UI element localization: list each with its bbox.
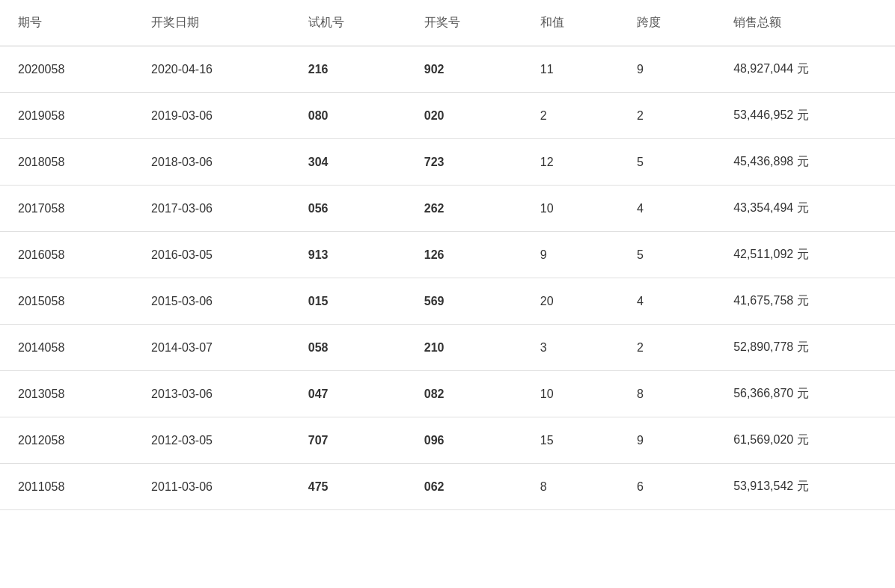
- cell-trial_num: 058: [290, 325, 406, 371]
- cell-winning_num: 126: [406, 232, 522, 278]
- cell-draw_date: 2018-03-06: [133, 139, 290, 186]
- cell-sales_total: 45,436,898 元: [715, 139, 895, 186]
- table-body: 20200582020-04-1621690211948,927,044 元20…: [0, 46, 895, 510]
- cell-trial_num: 056: [290, 186, 406, 232]
- cell-winning_num: 062: [406, 464, 522, 510]
- cell-winning_num: 210: [406, 325, 522, 371]
- col-header-sum: 和值: [522, 0, 619, 46]
- cell-sales_total: 52,890,778 元: [715, 325, 895, 371]
- cell-sum: 9: [522, 232, 619, 278]
- table-row: 20150582015-03-0601556920441,675,758 元: [0, 278, 895, 325]
- main-container: 期号 开奖日期 试机号 开奖号 和值 跨度 销售总额 20200582020-0…: [0, 0, 895, 588]
- table-row: 20130582013-03-0604708210856,366,870 元: [0, 371, 895, 417]
- col-header-sales: 销售总额: [715, 0, 895, 46]
- cell-sum: 20: [522, 278, 619, 325]
- cell-span: 2: [619, 93, 715, 139]
- cell-draw_date: 2015-03-06: [133, 278, 290, 325]
- cell-span: 4: [619, 278, 715, 325]
- cell-trial_num: 475: [290, 464, 406, 510]
- lottery-table: 期号 开奖日期 试机号 开奖号 和值 跨度 销售总额 20200582020-0…: [0, 0, 895, 510]
- cell-period: 2013058: [0, 371, 133, 417]
- cell-sales_total: 48,927,044 元: [715, 46, 895, 93]
- cell-trial_num: 015: [290, 278, 406, 325]
- cell-span: 5: [619, 232, 715, 278]
- cell-period: 2015058: [0, 278, 133, 325]
- cell-sales_total: 53,913,542 元: [715, 464, 895, 510]
- cell-period: 2014058: [0, 325, 133, 371]
- table-row: 20200582020-04-1621690211948,927,044 元: [0, 46, 895, 93]
- cell-span: 9: [619, 46, 715, 93]
- cell-sales_total: 43,354,494 元: [715, 186, 895, 232]
- cell-draw_date: 2011-03-06: [133, 464, 290, 510]
- table-row: 20140582014-03-070582103252,890,778 元: [0, 325, 895, 371]
- cell-sum: 10: [522, 371, 619, 417]
- cell-sum: 2: [522, 93, 619, 139]
- cell-trial_num: 304: [290, 139, 406, 186]
- cell-trial_num: 216: [290, 46, 406, 93]
- cell-sales_total: 41,675,758 元: [715, 278, 895, 325]
- cell-winning_num: 902: [406, 46, 522, 93]
- cell-sales_total: 61,569,020 元: [715, 417, 895, 464]
- cell-trial_num: 080: [290, 93, 406, 139]
- cell-draw_date: 2017-03-06: [133, 186, 290, 232]
- cell-period: 2012058: [0, 417, 133, 464]
- cell-winning_num: 262: [406, 186, 522, 232]
- cell-period: 2011058: [0, 464, 133, 510]
- cell-period: 2017058: [0, 186, 133, 232]
- table-row: 20190582019-03-060800202253,446,952 元: [0, 93, 895, 139]
- cell-sum: 8: [522, 464, 619, 510]
- col-header-span: 跨度: [619, 0, 715, 46]
- cell-span: 8: [619, 371, 715, 417]
- cell-span: 9: [619, 417, 715, 464]
- cell-sum: 10: [522, 186, 619, 232]
- cell-span: 4: [619, 186, 715, 232]
- cell-period: 2020058: [0, 46, 133, 93]
- cell-period: 2016058: [0, 232, 133, 278]
- cell-draw_date: 2013-03-06: [133, 371, 290, 417]
- cell-sum: 15: [522, 417, 619, 464]
- cell-trial_num: 047: [290, 371, 406, 417]
- col-header-trial-num: 试机号: [290, 0, 406, 46]
- table-row: 20120582012-03-0570709615961,569,020 元: [0, 417, 895, 464]
- table-row: 20180582018-03-0630472312545,436,898 元: [0, 139, 895, 186]
- cell-span: 6: [619, 464, 715, 510]
- cell-sum: 12: [522, 139, 619, 186]
- cell-draw_date: 2012-03-05: [133, 417, 290, 464]
- cell-sales_total: 53,446,952 元: [715, 93, 895, 139]
- table-row: 20170582017-03-0605626210443,354,494 元: [0, 186, 895, 232]
- table-row: 20160582016-03-059131269542,511,092 元: [0, 232, 895, 278]
- cell-period: 2019058: [0, 93, 133, 139]
- col-header-draw-date: 开奖日期: [133, 0, 290, 46]
- cell-period: 2018058: [0, 139, 133, 186]
- cell-winning_num: 082: [406, 371, 522, 417]
- cell-sales_total: 42,511,092 元: [715, 232, 895, 278]
- cell-winning_num: 569: [406, 278, 522, 325]
- cell-trial_num: 913: [290, 232, 406, 278]
- cell-span: 5: [619, 139, 715, 186]
- cell-draw_date: 2016-03-05: [133, 232, 290, 278]
- cell-sum: 3: [522, 325, 619, 371]
- cell-sum: 11: [522, 46, 619, 93]
- col-header-winning-num: 开奖号: [406, 0, 522, 46]
- cell-span: 2: [619, 325, 715, 371]
- col-header-period: 期号: [0, 0, 133, 46]
- cell-winning_num: 096: [406, 417, 522, 464]
- cell-draw_date: 2014-03-07: [133, 325, 290, 371]
- cell-draw_date: 2019-03-06: [133, 93, 290, 139]
- cell-draw_date: 2020-04-16: [133, 46, 290, 93]
- cell-winning_num: 020: [406, 93, 522, 139]
- table-header-row: 期号 开奖日期 试机号 开奖号 和值 跨度 销售总额: [0, 0, 895, 46]
- table-row: 20110582011-03-064750628653,913,542 元: [0, 464, 895, 510]
- cell-winning_num: 723: [406, 139, 522, 186]
- cell-trial_num: 707: [290, 417, 406, 464]
- cell-sales_total: 56,366,870 元: [715, 371, 895, 417]
